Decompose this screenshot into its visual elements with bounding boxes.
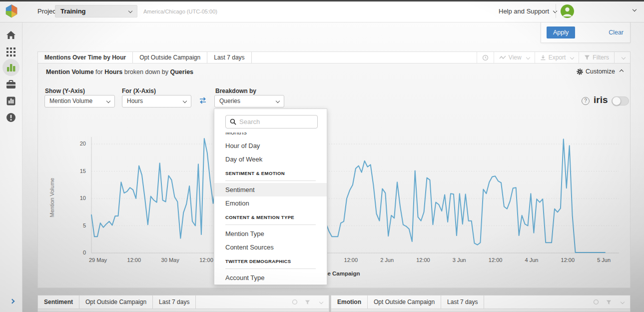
filters-button[interactable]: Filters (579, 52, 614, 63)
swap-axes-icon[interactable] (199, 96, 207, 104)
dropdown-item-label: Emotion (225, 200, 249, 207)
line-chart-icon (499, 55, 506, 60)
reports-icon[interactable] (5, 96, 16, 106)
download-icon (540, 54, 546, 60)
breakdown-by-value: Queries (219, 98, 240, 104)
breakdown-dropdown-panel: MonthsHour of DayDay of WeekSENTIMENT & … (214, 108, 327, 285)
subtitle-breakdown: Queries (170, 68, 193, 76)
iris-toggle[interactable] (612, 96, 629, 106)
chevron-down-icon (570, 56, 574, 60)
clear-button[interactable]: Clear (609, 29, 624, 36)
breakdown-by-select[interactable]: Queries (214, 95, 284, 108)
y-axis-tick: 15 (70, 168, 86, 174)
iris-help-icon[interactable]: ? (582, 97, 590, 105)
widget-collapse-button[interactable] (614, 52, 630, 63)
avatar[interactable] (561, 4, 574, 18)
customize-label: Customize (586, 68, 615, 75)
dropdown-item-emotion[interactable]: Emotion (225, 196, 316, 210)
customize-button[interactable]: Customize (577, 68, 623, 75)
chevron-down-icon[interactable] (319, 300, 323, 304)
funnel-icon[interactable] (305, 300, 310, 305)
dropdown-item-label: Mention Type (225, 230, 264, 238)
dropdown-item-content-sources[interactable]: Content Sources (225, 240, 316, 254)
dropdown-item-label: Hour of Day (225, 142, 260, 150)
chevron-down-icon (553, 9, 557, 13)
tab-emotion[interactable]: Emotion (331, 296, 368, 308)
collapse-topbar-chevron-icon[interactable] (633, 8, 637, 12)
search-input[interactable] (239, 118, 304, 126)
subtitle-text: for (94, 68, 105, 76)
chevron-down-icon[interactable] (621, 300, 625, 304)
tab-sentiment[interactable]: Sentiment (38, 296, 79, 308)
export-menu[interactable]: Export (535, 52, 579, 63)
y-axis-tick: 20 (70, 140, 86, 146)
sidebar-expand-button[interactable] (8, 297, 14, 306)
breakdown-by-label: Breakdown by (215, 88, 256, 94)
chevron-up-icon (620, 70, 624, 74)
tab-bar-spacer (196, 296, 292, 308)
x-axis-tick: 29 May (80, 257, 116, 263)
brandwatch-logo-icon[interactable] (4, 4, 19, 18)
sidebar (0, 22, 22, 312)
dropdown-item-label: Account Type (225, 274, 265, 282)
x-axis-tick: 3 Jun (441, 257, 477, 263)
tab-mentions-over-time[interactable]: Mentions Over Time by Hour (38, 52, 133, 63)
dropdown-item-list: MonthsHour of DayDay of WeekSENTIMENT & … (214, 132, 327, 284)
chevron-down-icon (183, 99, 187, 103)
dropdown-item-months[interactable]: Months (225, 132, 316, 139)
panel-tools (292, 296, 329, 308)
for-xaxis-select[interactable]: Hours (122, 95, 191, 108)
emotion-panel-tab-bar: Emotion Opt Outside Campaign Last 7 days (331, 296, 630, 309)
dropdown-item-account-type[interactable]: Account Type (225, 271, 316, 284)
x-axis-tick: 2 Jun (369, 257, 405, 263)
funnel-icon[interactable] (606, 300, 612, 305)
y-axis-title: Mention Volume (49, 158, 55, 238)
help-and-support-menu[interactable]: Help and Support (499, 8, 557, 15)
chevron-down-icon (276, 99, 280, 103)
tab-opt-outside-campaign[interactable]: Opt Outside Campaign (79, 296, 153, 308)
apps-grid-icon[interactable] (5, 46, 16, 58)
tab-bar-spacer (484, 296, 593, 308)
y-axis-tick: 0 (70, 250, 86, 256)
subtitle-text: broken down by (122, 68, 170, 76)
toggle-knob (612, 96, 621, 106)
alerts-icon[interactable] (5, 112, 16, 123)
tab-opt-outside-campaign[interactable]: Opt Outside Campaign (133, 52, 207, 63)
y-axis-tick: 5 (70, 222, 86, 228)
refresh-clock-button[interactable] (477, 52, 494, 63)
tab-last-7-days[interactable]: Last 7 days (153, 296, 196, 308)
export-label: Export (549, 54, 566, 61)
for-xaxis-value: Hours (127, 98, 143, 104)
clock-icon[interactable] (292, 299, 298, 305)
view-menu[interactable]: View (494, 52, 535, 63)
funnel-icon (584, 54, 590, 60)
widget-subtitle: Mention Volume for Hours broken down by … (46, 68, 193, 76)
section-divider (225, 180, 316, 181)
project-select[interactable]: Training (55, 5, 137, 18)
gear-icon (577, 68, 583, 75)
dropdown-item-hour-of-day[interactable]: Hour of Day (225, 139, 316, 152)
dashboards-chart-icon[interactable] (5, 62, 16, 73)
sentiment-panel: Sentiment Opt Outside Campaign Last 7 da… (37, 295, 329, 312)
tab-last-7-days[interactable]: Last 7 days (207, 52, 251, 63)
x-axis-tick: 12:00 (405, 257, 441, 263)
show-yaxis-select[interactable]: Mention Volume (44, 95, 115, 108)
tab-last-7-days[interactable]: Last 7 days (441, 296, 484, 308)
dropdown-item-mention-type[interactable]: Mention Type (225, 227, 316, 240)
dropdown-item-day-of-week[interactable]: Day of Week (225, 152, 316, 166)
project-select-value: Training (60, 8, 86, 15)
dropdown-section-header: TWITTER DEMOGRAPHICS (225, 258, 316, 264)
tab-opt-outside-campaign[interactable]: Opt Outside Campaign (368, 296, 441, 308)
divider (556, 4, 556, 18)
chevron-down-icon (106, 99, 110, 103)
top-bar: Project Training America/Chicago (UTC-05… (0, 0, 644, 22)
apply-button[interactable]: Apply (547, 26, 575, 38)
y-axis-tick: 10 (70, 195, 86, 201)
dropdown-search[interactable] (225, 115, 318, 128)
window-top-edge (0, 0, 644, 2)
view-label: View (509, 54, 522, 61)
clock-icon[interactable] (593, 299, 599, 305)
dropdown-item-sentiment[interactable]: Sentiment (214, 183, 327, 196)
home-icon[interactable] (5, 30, 16, 40)
briefcase-icon[interactable] (5, 79, 16, 90)
